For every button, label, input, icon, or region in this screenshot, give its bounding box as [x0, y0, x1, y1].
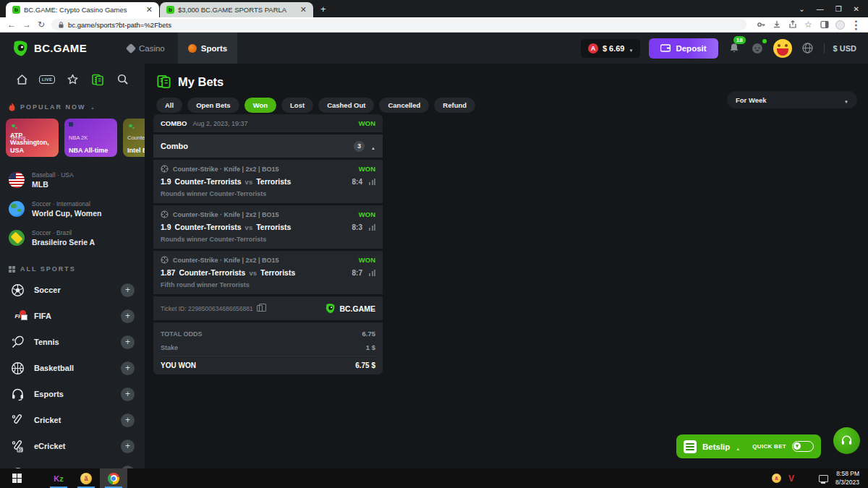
filter-open-bets[interactable]: Open Bets — [187, 98, 239, 113]
betslip-label: Betslip — [702, 442, 730, 451]
popular-cards: Tennis ATP Washington, USA NBA 2K NBA Al… — [0, 116, 145, 160]
close-window-icon[interactable]: ✕ — [854, 5, 859, 13]
copy-icon[interactable] — [257, 305, 263, 312]
sidebar-item-soccer[interactable]: Soccer + — [0, 277, 145, 303]
back-icon[interactable]: ← — [7, 20, 16, 29]
popular-card-nba2k[interactable]: NBA 2K NBA All-time — [64, 119, 117, 157]
browser-tab-inactive[interactable]: b $3,000 BC.GAME SPORTS PARLA ✕ — [160, 2, 313, 17]
favorites-star-icon[interactable] — [65, 72, 80, 87]
top-nav: Casino Sports — [117, 33, 237, 64]
home-team: Counter-Terrorists — [179, 268, 245, 277]
caret-up-icon — [736, 440, 740, 453]
quick-bet-label: QUICK BET — [752, 443, 786, 450]
browser-profile-avatar[interactable] — [835, 20, 845, 30]
nav-casino[interactable]: Casino — [117, 33, 175, 64]
deposit-label: Deposit — [676, 44, 706, 53]
taskbar-app-kz[interactable]: Kz — [45, 468, 72, 488]
sidebar-item-basketball[interactable]: Basketball + — [0, 355, 145, 381]
language-button[interactable] — [801, 41, 815, 56]
new-tab-button[interactable]: + — [320, 4, 326, 14]
popular-card-csgo[interactable]: Counte Intel E Maste — [123, 119, 145, 157]
popular-event-worldcup[interactable]: Soccer · International World Cup, Women — [0, 194, 145, 223]
minimize-icon[interactable]: — — [817, 5, 824, 13]
add-soccer-button[interactable]: + — [121, 283, 135, 297]
tray-coin-icon[interactable]: ã — [772, 474, 781, 483]
bcgame-logo-icon — [12, 40, 29, 57]
network-icon[interactable] — [819, 475, 828, 482]
window-controls: ⌄ — ❐ ✕ — [799, 5, 868, 17]
sidebar-item-fifa[interactable]: FI FIFA + — [0, 303, 145, 329]
stats-icon[interactable] — [369, 270, 375, 276]
add-esports-button[interactable]: + — [121, 388, 135, 401]
filter-won[interactable]: Won — [244, 98, 276, 113]
taskbar-app-chrome[interactable] — [100, 468, 127, 488]
balance-selector[interactable]: A $ 6.69 — [581, 39, 641, 58]
bet-leg: Counter-Strike · Knife | 2x2 | BO15 WON … — [153, 251, 383, 294]
forward-icon[interactable]: → — [22, 20, 31, 29]
filter-all[interactable]: All — [156, 98, 182, 113]
add-cricket-button[interactable]: + — [121, 414, 135, 427]
popular-event-brasileiro[interactable]: Soccer · Brazil Brasileiro Serie A — [0, 223, 145, 252]
stats-icon[interactable] — [369, 179, 375, 185]
popular-event-mlb[interactable]: Baseball · USA MLB — [0, 166, 145, 194]
card-title: Intel E Maste — [127, 147, 145, 154]
add-ecricket-button[interactable]: + — [121, 440, 135, 453]
add-basketball-button[interactable]: + — [121, 361, 135, 375]
filter-cashed-out[interactable]: Cashed Out — [318, 98, 374, 113]
restore-icon[interactable]: ❐ — [835, 5, 842, 13]
caret-down-icon — [629, 42, 633, 55]
url-bar[interactable]: bc.game/sports?bt-path=%2Fbets — [51, 19, 746, 30]
tab-title: BC.GAME: Crypto Casino Games — [24, 6, 142, 14]
sidebar-item-american-football[interactable]: American Football + — [0, 459, 145, 468]
support-chat-button[interactable] — [833, 427, 860, 454]
sidebar-item-cricket[interactable]: Cricket + — [0, 407, 145, 433]
notifications-button[interactable]: 18 — [727, 41, 741, 56]
share-icon[interactable] — [788, 20, 797, 30]
download-icon[interactable] — [772, 20, 781, 30]
add-tennis-button[interactable]: + — [121, 335, 135, 349]
period-dropdown[interactable]: For Week — [727, 91, 857, 108]
tray-red-icon[interactable]: V — [788, 474, 794, 484]
window-menu-icon[interactable]: ⌄ — [799, 5, 804, 13]
add-fifa-button[interactable]: + — [121, 309, 135, 323]
filter-refund[interactable]: Refund — [434, 98, 475, 113]
live-icon[interactable]: LIVE — [40, 72, 54, 87]
bet-type: COMBO — [161, 119, 187, 127]
clock[interactable]: 8:58 PM 8/3/2023 — [835, 470, 859, 486]
home-icon[interactable] — [14, 72, 29, 87]
browser-menu-icon[interactable]: ⋮ — [851, 20, 861, 30]
tab-close-icon[interactable]: ✕ — [146, 5, 153, 14]
chat-button[interactable] — [750, 41, 765, 56]
bcgame-logo[interactable]: BC.GAME — [12, 40, 87, 57]
sport-label: Cricket — [34, 416, 111, 424]
sidebar-item-tennis[interactable]: Tennis + — [0, 329, 145, 355]
nav-sports[interactable]: Sports — [178, 33, 237, 64]
filter-lost[interactable]: Lost — [281, 98, 313, 113]
sidebar-item-ecricket[interactable]: 35 eCricket + — [0, 433, 145, 459]
leg-score: 8:7 — [352, 269, 362, 277]
taskbar-app-coin[interactable]: ã — [72, 468, 100, 488]
popular-now-header[interactable]: POPULAR NOW — [0, 93, 145, 116]
combo-toggle-row[interactable]: Combo 3 — [153, 134, 383, 158]
divider — [824, 43, 825, 53]
sidebar-item-esports[interactable]: Esports + — [0, 381, 145, 407]
user-avatar[interactable] — [773, 39, 792, 58]
my-bets-icon[interactable] — [90, 72, 105, 87]
deposit-button[interactable]: Deposit — [649, 38, 718, 59]
start-button[interactable] — [3, 468, 30, 488]
reload-icon[interactable]: ↻ — [38, 20, 45, 29]
bookmark-star-icon[interactable]: ☆ — [804, 20, 813, 30]
tab-close-icon[interactable]: ✕ — [300, 5, 307, 14]
browser-tab-active[interactable]: b BC.GAME: Crypto Casino Games ✕ — [6, 2, 159, 17]
url-text: bc.game/sports?bt-path=%2Fbets — [68, 21, 171, 29]
password-key-icon[interactable] — [756, 20, 765, 30]
currency-selector[interactable]: $ USD — [833, 44, 856, 53]
search-icon[interactable] — [116, 72, 130, 87]
popular-card-tennis[interactable]: Tennis ATP Washington, USA — [6, 119, 59, 157]
side-panel-icon[interactable] — [820, 20, 829, 30]
betslip-bar[interactable]: Betslip QUICK BET — [676, 435, 821, 458]
filter-cancelled[interactable]: Cancelled — [379, 98, 429, 113]
stats-icon[interactable] — [369, 224, 375, 231]
bet-status-badge: WON — [359, 119, 375, 127]
quick-bet-toggle[interactable] — [792, 441, 814, 452]
